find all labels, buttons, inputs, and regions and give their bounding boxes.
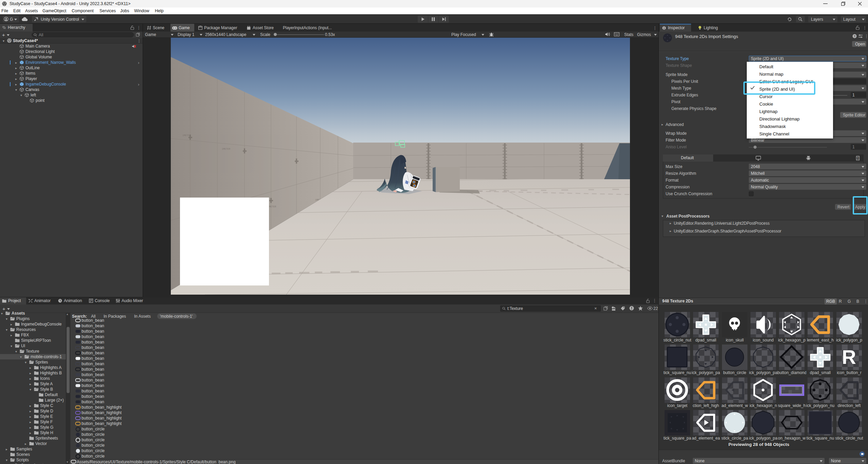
- svg-text:1METER: 1METER: [222, 148, 231, 150]
- svg-text:5: 5: [857, 157, 858, 159]
- svg-text:R: R: [842, 346, 856, 368]
- svg-text:?: ?: [854, 35, 856, 38]
- svg-text:1METER: 1METER: [182, 134, 191, 137]
